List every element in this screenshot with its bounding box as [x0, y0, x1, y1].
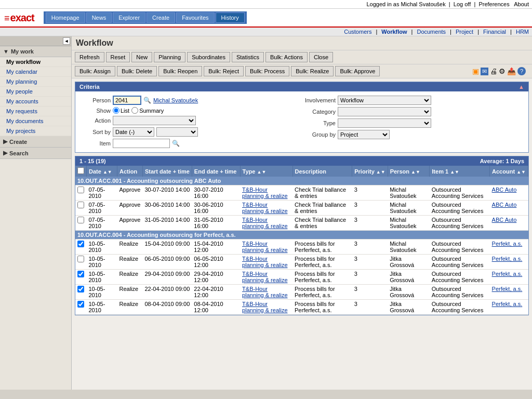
- row-checkbox[interactable]: [77, 256, 84, 262]
- category-select[interactable]: [338, 107, 431, 116]
- help-icon[interactable]: ?: [517, 67, 526, 75]
- cell-account[interactable]: Perfekt, a.s.: [490, 270, 528, 285]
- row-checkbox[interactable]: [77, 217, 84, 223]
- tools-icon[interactable]: ⚙: [499, 67, 506, 75]
- item-input[interactable]: [113, 139, 170, 148]
- cell-type[interactable]: T&B-Hour planning & realize: [240, 300, 292, 315]
- cell-type-link[interactable]: T&B-Hour planning & realize: [242, 301, 287, 313]
- refresh-button[interactable]: Refresh: [75, 52, 104, 62]
- cell-type-link[interactable]: T&B-Hour planning & realize: [242, 256, 287, 268]
- cell-type[interactable]: T&B-Hour planning & realize: [240, 285, 292, 300]
- nav-homepage[interactable]: Homepage: [46, 12, 85, 23]
- bulk-process-button[interactable]: Bulk: Process: [245, 66, 289, 76]
- person-id-input[interactable]: [113, 96, 141, 105]
- show-summary-radio[interactable]: [131, 107, 138, 114]
- cell-account[interactable]: ABC Auto: [490, 201, 528, 216]
- sidebar-item-my-people[interactable]: My people: [0, 87, 71, 97]
- show-summary-label[interactable]: Summary: [131, 107, 164, 114]
- action-select[interactable]: [113, 116, 196, 125]
- cell-account[interactable]: Perfekt, a.s.: [490, 255, 528, 270]
- cell-account[interactable]: ABC Auto: [490, 216, 528, 231]
- sidebar-item-my-planning[interactable]: My planning: [0, 77, 71, 87]
- sidebar-toggle[interactable]: ◄: [63, 37, 70, 45]
- print-icon[interactable]: 🖨: [490, 67, 497, 75]
- cell-type-link[interactable]: T&B-Hour planning & realize: [242, 271, 287, 283]
- cell-account-link[interactable]: ABC Auto: [492, 217, 517, 223]
- bulk-reopen-button[interactable]: Bulk: Reopen: [158, 66, 202, 76]
- cell-type[interactable]: T&B-Hour planning & realize: [240, 240, 292, 255]
- col-person[interactable]: Person ▲▼: [388, 166, 430, 177]
- bulk-approve-button[interactable]: Bulk: Approve: [335, 66, 380, 76]
- preferences-link[interactable]: Preferences: [478, 1, 509, 7]
- person-search-icon[interactable]: 🔍: [143, 97, 151, 104]
- about-link[interactable]: About: [514, 1, 529, 7]
- bulk-assign-button[interactable]: Bulk: Assign: [75, 66, 115, 76]
- col-type[interactable]: Type ▲▼: [240, 166, 292, 177]
- cell-account-link[interactable]: Perfekt, a.s.: [492, 256, 523, 262]
- nav-favourites[interactable]: Favourites: [176, 12, 214, 23]
- nav-news[interactable]: News: [86, 12, 112, 23]
- cell-account[interactable]: ABC Auto: [490, 185, 528, 201]
- sidebar-item-my-accounts[interactable]: My accounts: [0, 97, 71, 107]
- new-button[interactable]: New: [131, 52, 152, 62]
- sec-nav-workflow[interactable]: Workflow: [381, 29, 407, 35]
- cell-account-link[interactable]: Perfekt, a.s.: [492, 241, 523, 247]
- cell-account-link[interactable]: Perfekt, a.s.: [492, 301, 523, 307]
- col-priority[interactable]: Priority ▲▼: [352, 166, 388, 177]
- person-name-link[interactable]: Michal Svatoušek: [153, 97, 198, 103]
- row-checkbox[interactable]: [77, 202, 84, 208]
- cell-account[interactable]: Perfekt, a.s.: [490, 300, 528, 315]
- mail-icon[interactable]: ✉: [481, 68, 488, 75]
- cell-type-link[interactable]: T&B-Hour planning & realize: [242, 286, 287, 298]
- row-checkbox[interactable]: [77, 301, 84, 308]
- sort-select2[interactable]: [156, 127, 198, 137]
- item-search-icon[interactable]: 🔍: [172, 140, 180, 147]
- col-date[interactable]: Date ▲▼: [87, 166, 117, 177]
- cell-account[interactable]: Perfekt, a.s.: [490, 285, 528, 300]
- sidebar-item-my-requests[interactable]: My requests: [0, 107, 71, 116]
- cell-account[interactable]: Perfekt, a.s.: [490, 240, 528, 255]
- bulk-reject-button[interactable]: Bulk: Reject: [204, 66, 244, 76]
- sidebar-item-my-workflow[interactable]: My workflow: [0, 57, 71, 67]
- sidebar-section-my-work[interactable]: ▼ My work: [0, 46, 71, 57]
- export-icon[interactable]: 📤: [507, 67, 516, 75]
- sec-nav-documents[interactable]: Documents: [417, 29, 446, 35]
- cell-type-link[interactable]: T&B-Hour planning & realize: [242, 241, 287, 253]
- statistics-button[interactable]: Statistics: [232, 52, 264, 62]
- nav-explorer[interactable]: Explorer: [113, 12, 145, 23]
- logoff-link[interactable]: Log off: [454, 1, 471, 7]
- sec-nav-customers[interactable]: Customers: [344, 29, 371, 35]
- cell-type[interactable]: T&B-Hour planning & realize: [240, 216, 292, 231]
- cell-account-link[interactable]: Perfekt, a.s.: [492, 271, 523, 277]
- cell-type-link[interactable]: T&B-Hour planning & realize: [242, 217, 287, 229]
- col-account[interactable]: Account ▲▼: [490, 166, 528, 177]
- nav-history[interactable]: History: [216, 12, 245, 23]
- subordinates-button[interactable]: Subordinates: [187, 52, 230, 62]
- sidebar-item-my-documents[interactable]: My documents: [0, 116, 71, 126]
- sec-nav-financial[interactable]: Financial: [483, 29, 506, 35]
- sec-nav-project[interactable]: Project: [456, 29, 473, 35]
- close-button[interactable]: Close: [309, 52, 333, 62]
- cell-account-link[interactable]: ABC Auto: [492, 187, 517, 193]
- cell-type-link[interactable]: T&B-Hour planning & realize: [242, 187, 287, 199]
- rss-icon[interactable]: ▣: [472, 67, 479, 75]
- sidebar-item-my-calendar[interactable]: My calendar: [0, 67, 71, 77]
- sec-nav-hrm[interactable]: HRM: [516, 29, 529, 35]
- cell-type[interactable]: T&B-Hour planning & realize: [240, 185, 292, 201]
- show-list-label[interactable]: List: [113, 107, 129, 114]
- planning-button[interactable]: Planning: [154, 52, 185, 62]
- cell-account-link[interactable]: ABC Auto: [492, 202, 517, 208]
- col-item1[interactable]: Item 1 ▲▼: [430, 166, 490, 177]
- cell-type[interactable]: T&B-Hour planning & realize: [240, 255, 292, 270]
- groupby-select[interactable]: Project: [338, 130, 390, 139]
- sidebar-item-my-projects[interactable]: My projects: [0, 126, 71, 136]
- show-list-radio[interactable]: [113, 107, 119, 114]
- row-checkbox[interactable]: [77, 187, 84, 193]
- bulk-realize-button[interactable]: Bulk: Realize: [291, 66, 334, 76]
- select-all-checkbox[interactable]: [77, 167, 84, 174]
- cell-type[interactable]: T&B-Hour planning & realize: [240, 270, 292, 285]
- cell-type-link[interactable]: T&B-Hour planning & realize: [242, 202, 287, 214]
- row-checkbox[interactable]: [77, 271, 84, 277]
- row-checkbox[interactable]: [77, 241, 84, 247]
- type-select[interactable]: [338, 118, 431, 128]
